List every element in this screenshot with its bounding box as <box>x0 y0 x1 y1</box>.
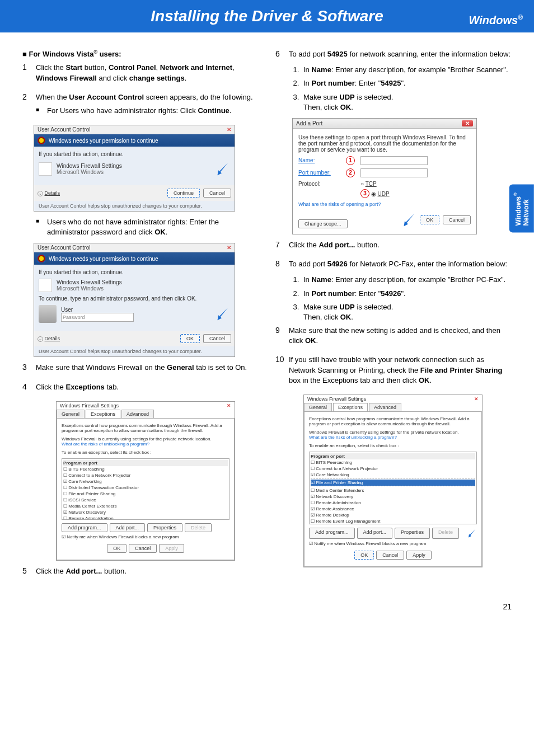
tcp-radio[interactable]: ○ <box>360 181 364 187</box>
delete-button[interactable]: Delete <box>185 523 212 532</box>
tab-advanced[interactable]: Advanced <box>369 403 401 411</box>
content-columns: For Windows Vista® users: 1 Click the St… <box>0 32 534 597</box>
cancel-button[interactable]: Cancel <box>376 551 404 560</box>
details-link[interactable]: Details <box>45 190 60 196</box>
step-5: 5 Click the Add port... button. <box>22 566 259 576</box>
properties-button[interactable]: Properties <box>395 528 430 539</box>
close-icon[interactable]: ✕ <box>474 396 479 402</box>
chevron-down-icon[interactable]: ⌄ <box>38 191 43 196</box>
cancel-button[interactable]: Cancel <box>203 189 231 198</box>
step-3: 3 Make sure that Windows Firewall on the… <box>22 363 259 373</box>
add-port-button[interactable]: Add port... <box>357 528 393 539</box>
step-1: 1 Click the Start button, Control Panel,… <box>22 63 259 83</box>
tab-general[interactable]: General <box>304 403 332 411</box>
exceptions-listbox[interactable]: Program or port ☐ BITS Peercaching ☐ Con… <box>62 458 229 520</box>
pointer-arrow-icon <box>400 212 416 228</box>
callout-3: 3 <box>360 189 369 198</box>
right-column: 6 To add port 54925 for network scanning… <box>275 49 512 585</box>
callout-1: 1 <box>346 156 355 165</box>
exceptions-listbox[interactable]: Program or port ☐ BITS Peercaching ☐ Con… <box>309 452 477 524</box>
ok-button[interactable]: OK <box>420 215 439 224</box>
port-input[interactable] <box>360 168 428 177</box>
cancel-button[interactable]: Cancel <box>203 334 231 343</box>
uac-screenshot-1: User Account Control✕ Windows needs your… <box>34 125 235 212</box>
firewall-settings-screenshot-2: Windows Firewall Settings✕ General Excep… <box>303 395 483 567</box>
add-port-screenshot: Add a Port ✕ Use these settings to open … <box>292 118 477 234</box>
step-7: 7 Click the Add port... button. <box>275 240 512 250</box>
delete-button[interactable]: Delete <box>432 528 459 539</box>
name-input[interactable] <box>360 156 428 165</box>
chevron-down-icon[interactable]: ⌄ <box>38 336 43 342</box>
pointer-arrow-icon <box>466 528 477 539</box>
add-program-button[interactable]: Add program... <box>62 523 107 532</box>
user-icon <box>39 305 57 323</box>
side-tab: Windows® Network <box>509 185 534 233</box>
risks-link[interactable]: What are the risks of unblocking a progr… <box>309 435 477 440</box>
close-icon[interactable]: ✕ <box>227 245 231 251</box>
app-icon <box>39 162 52 176</box>
risks-link[interactable]: What are the risks of opening a port? <box>298 201 471 207</box>
page-header: Installing the Driver & Software Windows… <box>0 0 534 32</box>
close-icon[interactable]: ✕ <box>462 120 473 126</box>
tab-exceptions[interactable]: Exceptions <box>86 410 120 418</box>
pointer-arrow-icon <box>213 161 230 177</box>
uac-screenshot-2: User Account Control✕ Windows needs your… <box>34 243 235 357</box>
cancel-button[interactable]: Cancel <box>129 544 157 553</box>
shield-icon <box>38 137 45 144</box>
apply-button[interactable]: Apply <box>159 544 184 553</box>
step-4: 4 Click the Exceptions tab. <box>22 382 259 392</box>
cancel-button[interactable]: Cancel <box>443 215 471 224</box>
close-icon[interactable]: ✕ <box>227 403 231 408</box>
firewall-settings-screenshot-1: Windows Firewall Settings✕ General Excep… <box>56 401 235 561</box>
vista-heading: For Windows Vista® users: <box>22 49 259 58</box>
step-2: 2 When the User Account Control screen a… <box>22 92 259 116</box>
callout-2: 2 <box>346 168 355 177</box>
change-scope-button[interactable]: Change scope... <box>298 219 348 228</box>
header-edition: Windows® <box>469 13 523 27</box>
step-9: 9 Make sure that the new setting is adde… <box>275 326 512 346</box>
risks-link[interactable]: What are the risks of unblocking a progr… <box>62 442 229 447</box>
ok-button[interactable]: OK <box>354 551 374 560</box>
tab-general[interactable]: General <box>57 410 85 418</box>
ok-button[interactable]: OK <box>180 334 200 343</box>
step-8: 8 To add port 54926 for Network PC-Fax, … <box>275 259 512 269</box>
password-input[interactable]: Password <box>61 313 134 322</box>
continue-button[interactable]: Continue <box>167 189 200 198</box>
add-program-button[interactable]: Add program... <box>309 528 355 539</box>
tab-exceptions[interactable]: Exceptions <box>333 403 368 411</box>
tab-advanced[interactable]: Advanced <box>121 410 154 418</box>
step-10: 10 If you still have trouble with your n… <box>275 355 512 386</box>
ok-button[interactable]: OK <box>107 544 127 553</box>
pointer-arrow-icon <box>213 306 230 322</box>
details-link[interactable]: Details <box>45 336 60 341</box>
close-icon[interactable]: ✕ <box>227 126 231 133</box>
left-column: For Windows Vista® users: 1 Click the St… <box>22 49 259 585</box>
udp-radio[interactable]: ◉ <box>371 190 376 196</box>
shield-icon <box>38 255 45 262</box>
page-number: 21 <box>0 597 534 628</box>
add-port-button[interactable]: Add port... <box>110 523 146 532</box>
step-6: 6 To add port 54925 for network scanning… <box>275 49 512 59</box>
properties-button[interactable]: Properties <box>147 523 182 532</box>
page-title: Installing the Driver & Software <box>151 7 383 25</box>
app-icon <box>39 279 52 292</box>
apply-button[interactable]: Apply <box>406 551 432 560</box>
